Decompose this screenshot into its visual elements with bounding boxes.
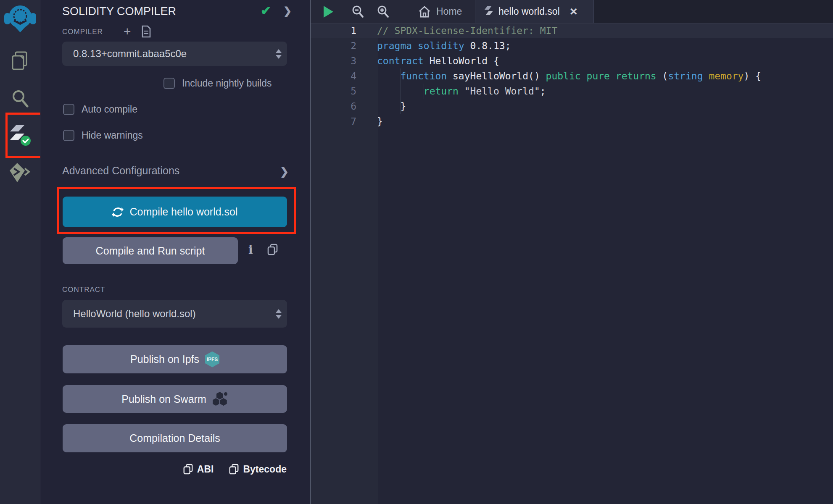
ipfs-icon: IPFS xyxy=(205,352,219,368)
code-line-content: contract HelloWorld { xyxy=(356,53,499,68)
sidebar-item-file-explorer[interactable] xyxy=(0,50,40,71)
refresh-icon xyxy=(112,207,124,218)
panel-title: SOLIDITY COMPILER xyxy=(62,5,176,18)
compiler-version-value: 0.8.13+commit.abaa5c0e xyxy=(62,48,270,60)
line-number: 5 xyxy=(311,84,356,99)
code-line: 4 function sayHelloWorld() public pure r… xyxy=(311,68,833,84)
code-line: 7} xyxy=(311,114,833,129)
select-stepper-icon xyxy=(270,49,287,59)
copy-abi-button[interactable]: ABI xyxy=(183,464,214,475)
sidebar-item-search[interactable] xyxy=(0,88,40,109)
copy-icon xyxy=(183,464,193,475)
close-tab-icon[interactable]: ✕ xyxy=(569,6,578,18)
auto-compile-checkbox[interactable] xyxy=(63,104,74,115)
solidity-compiler-panel: SOLIDITY COMPILER ✔ ❯ COMPILER + 0.8.13+… xyxy=(40,0,311,504)
code-line: 6 } xyxy=(311,99,833,114)
hide-warnings-checkbox[interactable] xyxy=(63,130,74,141)
compile-button-label: Compile hello world.sol xyxy=(129,206,237,218)
sidebar-item-solidity-compiler[interactable] xyxy=(0,122,40,149)
publish-ipfs-label: Publish on Ipfs xyxy=(130,353,199,365)
compiler-section-label: COMPILER xyxy=(62,28,103,36)
abi-label: ABI xyxy=(197,464,214,475)
publish-ipfs-button[interactable]: Publish on Ipfs IPFS xyxy=(63,345,287,373)
compile-and-run-button[interactable]: Compile and Run script xyxy=(63,237,238,264)
play-icon xyxy=(324,6,333,18)
hide-warnings-row: Hide warnings xyxy=(63,130,143,141)
copy-icon xyxy=(229,464,239,475)
chevron-right-icon[interactable]: ❯ xyxy=(280,165,289,178)
tab-home[interactable]: Home xyxy=(418,0,462,23)
deploy-run-icon xyxy=(10,163,31,183)
solidity-file-icon xyxy=(485,6,493,18)
code-editor[interactable]: 1// SPDX-License-Identifier: MIT2pragma … xyxy=(311,0,833,504)
chevron-right-icon[interactable]: ❯ xyxy=(283,5,292,17)
hide-warnings-label: Hide warnings xyxy=(82,130,143,141)
publish-swarm-button[interactable]: Publish on Swarm xyxy=(63,385,287,413)
zoom-out-icon xyxy=(351,5,364,18)
contract-section-label: CONTRACT xyxy=(62,286,105,294)
code-line-content: } xyxy=(356,99,406,114)
copy-icon[interactable] xyxy=(267,244,278,256)
advanced-configurations-toggle[interactable]: Advanced Configurations xyxy=(62,165,179,177)
search-icon xyxy=(11,89,29,108)
abi-bytecode-row: ABI Bytecode xyxy=(40,464,310,475)
line-number: 6 xyxy=(311,99,356,114)
code-line-content: function sayHelloWorld() public pure ret… xyxy=(356,68,761,84)
code-line: 2pragma solidity 0.8.13; xyxy=(311,38,833,53)
add-compiler-icon[interactable]: + xyxy=(124,24,131,39)
info-icon[interactable]: i xyxy=(248,243,253,257)
contract-select-value: HelloWorld (hello world.sol) xyxy=(62,308,270,320)
compiler-version-select[interactable]: 0.8.13+commit.abaa5c0e xyxy=(62,42,287,66)
nightly-builds-label: Include nightly builds xyxy=(182,78,272,89)
nightly-builds-row: Include nightly builds xyxy=(163,78,272,89)
tab-home-label: Home xyxy=(436,6,462,17)
zoom-in-button[interactable] xyxy=(374,0,391,23)
line-number: 4 xyxy=(311,68,356,84)
sidebar-item-deploy-run[interactable] xyxy=(0,161,40,184)
line-number: 7 xyxy=(311,114,356,129)
remix-ide-window: SOLIDITY COMPILER ✔ ❯ COMPILER + 0.8.13+… xyxy=(0,0,833,504)
code-line-content: } xyxy=(356,114,383,129)
compile-button[interactable]: Compile hello world.sol xyxy=(63,197,287,227)
swarm-icon xyxy=(212,392,228,406)
zoom-in-icon xyxy=(377,5,389,18)
contract-select[interactable]: HelloWorld (hello world.sol) xyxy=(62,300,287,328)
remix-logo-icon xyxy=(4,4,37,32)
copy-bytecode-button[interactable]: Bytecode xyxy=(229,464,287,475)
home-icon xyxy=(418,5,431,18)
line-number: 2 xyxy=(311,38,356,53)
run-script-button[interactable] xyxy=(320,0,337,23)
code-line-content: // SPDX-License-Identifier: MIT xyxy=(356,23,557,38)
select-stepper-icon xyxy=(270,309,287,319)
nightly-builds-checkbox[interactable] xyxy=(163,78,175,89)
compile-and-run-label: Compile and Run script xyxy=(96,245,205,257)
code-area[interactable]: 1// SPDX-License-Identifier: MIT2pragma … xyxy=(311,23,833,129)
tab-hello-world-sol[interactable]: hello world.sol ✕ xyxy=(475,0,594,23)
solidity-compiler-icon xyxy=(9,124,31,146)
code-line-content: return "Hello World"; xyxy=(356,84,546,99)
tab-label: hello world.sol xyxy=(498,6,560,17)
document-icon[interactable] xyxy=(141,25,151,38)
check-icon: ✔ xyxy=(261,3,271,18)
compilation-details-button[interactable]: Compilation Details xyxy=(63,424,287,452)
code-line: 1// SPDX-License-Identifier: MIT xyxy=(311,23,833,38)
compilation-details-label: Compilation Details xyxy=(129,432,220,444)
code-line-content: pragma solidity 0.8.13; xyxy=(356,38,511,53)
publish-swarm-label: Publish on Swarm xyxy=(121,393,206,405)
line-number: 3 xyxy=(311,53,356,68)
file-explorer-icon xyxy=(11,51,30,71)
icon-bar xyxy=(0,0,40,504)
code-line: 5 return "Hello World"; xyxy=(311,84,833,99)
remix-logo[interactable] xyxy=(0,3,40,33)
code-line: 3contract HelloWorld { xyxy=(311,53,833,68)
auto-compile-row: Auto compile xyxy=(63,104,137,115)
line-number: 1 xyxy=(311,23,356,38)
bytecode-label: Bytecode xyxy=(243,464,287,475)
zoom-out-button[interactable] xyxy=(349,0,366,23)
auto-compile-label: Auto compile xyxy=(82,104,137,115)
editor-tabbar: Home hello world.sol ✕ xyxy=(311,0,833,24)
